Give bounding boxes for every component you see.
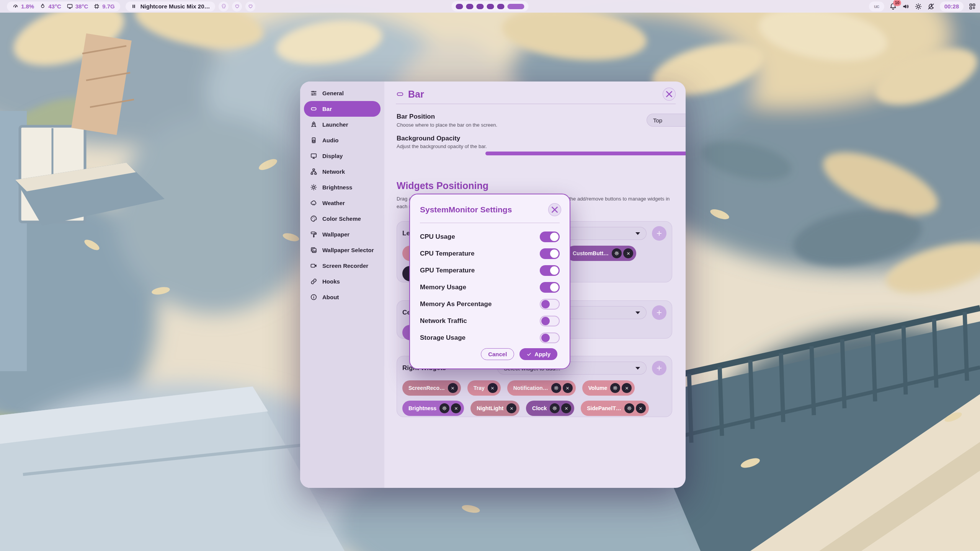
sidebar-item-bar[interactable]: Bar	[304, 101, 381, 117]
toggle-switch-on[interactable]	[540, 265, 560, 276]
close-icon	[626, 251, 631, 256]
close-icon	[509, 406, 514, 411]
toggle-row-cpu-usage: CPU Usage	[420, 228, 560, 245]
widget-chip-notification[interactable]: Notification…	[507, 380, 576, 396]
dashboard-button[interactable]	[969, 3, 976, 10]
info-icon	[310, 293, 317, 301]
widget-chip-sidepanelt[interactable]: SidePanelT…	[581, 401, 648, 416]
sidebar-item-weather[interactable]: Weather	[304, 195, 381, 211]
sidebar-item-label: Wallpaper Selector	[322, 247, 374, 253]
widget-chip-label: Clock	[532, 405, 547, 411]
sidebar-item-color-scheme[interactable]: Color Scheme	[304, 211, 381, 227]
pill-icon	[310, 105, 317, 112]
sidebar-item-network[interactable]: Network	[304, 164, 381, 179]
sidebar-item-hooks[interactable]: Hooks	[304, 274, 381, 289]
sidebar-item-launcher[interactable]: Launcher	[304, 117, 381, 132]
night-light-button[interactable]	[927, 3, 935, 10]
window-close-button[interactable]	[663, 88, 676, 101]
widget-chip-volume[interactable]: Volume	[582, 380, 635, 396]
media-title: Nightcore Music Mix 20…	[140, 3, 210, 10]
widget-gear-button[interactable]	[612, 248, 622, 258]
widget-remove-button[interactable]	[488, 383, 498, 393]
widget-chip-brightness[interactable]: Brightness	[402, 401, 464, 416]
sidebar-item-label: Display	[322, 153, 343, 159]
close-icon	[454, 406, 459, 411]
gear-icon	[612, 385, 618, 391]
quick-button-heart[interactable]	[232, 2, 242, 11]
widget-chip-clock[interactable]: Clock	[526, 401, 574, 416]
system-stats-pill[interactable]: 1.8%43°C38°C9.7G	[7, 2, 120, 11]
clock[interactable]: 00:28	[940, 2, 964, 11]
sidebar-item-brightness[interactable]: Brightness	[304, 179, 381, 195]
cancel-button[interactable]: Cancel	[481, 348, 514, 360]
plus-icon	[656, 365, 663, 372]
workspace-1[interactable]	[456, 4, 463, 9]
workspace-4[interactable]	[487, 4, 494, 9]
bar-position-dropdown[interactable]: Top	[647, 114, 686, 127]
sidebar-item-general[interactable]: General	[304, 85, 381, 101]
widget-remove-button[interactable]	[506, 403, 516, 413]
workspace-indicator[interactable]	[452, 1, 529, 11]
widget-gear-button[interactable]	[550, 403, 560, 413]
apply-button[interactable]: Apply	[519, 348, 557, 360]
sidebar-item-label: Screen Recorder	[322, 262, 368, 269]
toggle-knob	[550, 266, 559, 275]
widget-remove-button[interactable]	[636, 403, 646, 413]
add-widget-button-left[interactable]	[652, 226, 666, 241]
toggle-switch-on[interactable]	[540, 248, 560, 259]
sidebar-item-wallpaper-selector[interactable]: Wallpaper Selector	[304, 242, 381, 258]
toggle-switch-off[interactable]	[540, 316, 560, 326]
notifications-button[interactable]: 10	[889, 3, 897, 10]
add-widget-button-center[interactable]	[652, 305, 666, 320]
widget-remove-button[interactable]	[623, 248, 633, 258]
paint-roller-icon	[310, 231, 317, 238]
add-widget-button-right[interactable]	[652, 361, 666, 375]
sidebar-item-display[interactable]: Display	[304, 148, 381, 164]
widget-remove-button[interactable]	[451, 403, 461, 413]
top-bar: 1.8%43°C38°C9.7G Nightcore Music Mix 20……	[0, 0, 980, 13]
widget-gear-button[interactable]	[610, 383, 620, 393]
modal-close-button[interactable]	[548, 203, 561, 216]
tray-app-icon[interactable]: uc	[869, 2, 884, 11]
widget-gear-button[interactable]	[551, 383, 561, 393]
sidebar-item-wallpaper[interactable]: Wallpaper	[304, 227, 381, 242]
workspace-5[interactable]	[497, 4, 505, 9]
sidebar-item-audio[interactable]: Audio	[304, 132, 381, 148]
widget-chip-nightlight[interactable]: NightLight	[470, 401, 519, 416]
toggle-row-memory-usage: Memory Usage	[420, 279, 560, 296]
toggle-switch-off[interactable]	[540, 333, 560, 343]
volume-button[interactable]	[902, 3, 910, 10]
widget-chip-tray[interactable]: Tray	[467, 380, 501, 396]
toggle-switch-on[interactable]	[540, 282, 560, 293]
widget-remove-button[interactable]	[448, 383, 458, 393]
sliders-icon	[310, 90, 317, 97]
notification-badge: 10	[893, 0, 901, 6]
sidebar-item-about[interactable]: About	[304, 289, 381, 305]
widgets-positioning-title: Widgets Positioning	[397, 180, 488, 191]
toggle-switch-off[interactable]	[540, 299, 560, 310]
quick-button-heart[interactable]	[245, 2, 255, 11]
brightness-button[interactable]	[915, 3, 922, 10]
quick-button-skull[interactable]	[219, 2, 229, 11]
flame-icon	[39, 3, 46, 10]
sidebar-item-screen-recorder[interactable]: Screen Recorder	[304, 258, 381, 274]
widget-chip-custombutt[interactable]: CustomButt…	[567, 246, 636, 261]
workspace-3[interactable]	[477, 4, 484, 9]
widget-remove-button[interactable]	[622, 383, 632, 393]
chevron-down-icon	[635, 232, 640, 235]
pill-icon	[396, 90, 404, 98]
background-opacity-slider[interactable]	[485, 152, 686, 155]
widget-remove-button[interactable]	[563, 383, 573, 393]
widget-gear-button[interactable]	[439, 403, 449, 413]
sidebar-item-label: Color Scheme	[322, 215, 361, 222]
workspace-2[interactable]	[466, 4, 474, 9]
widget-remove-button[interactable]	[561, 403, 571, 413]
toggle-switch-on[interactable]	[540, 231, 560, 242]
widget-chip-screenreco[interactable]: ScreenReco…	[402, 380, 461, 396]
toggle-knob	[550, 283, 559, 292]
close-icon	[565, 386, 570, 391]
close-icon	[490, 386, 495, 391]
media-player-pill[interactable]: Nightcore Music Mix 20…	[126, 2, 216, 11]
widget-gear-button[interactable]	[624, 403, 634, 413]
workspace-6-active[interactable]	[508, 4, 524, 9]
